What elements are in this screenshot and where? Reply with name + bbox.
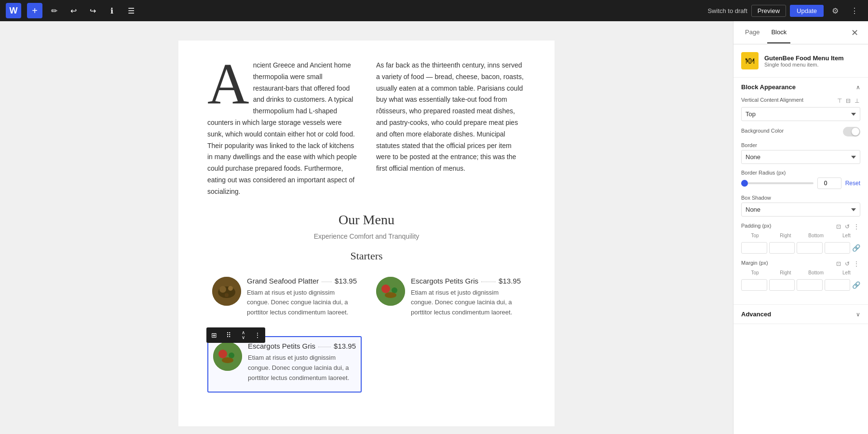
redo-icon: ↪ [90, 6, 96, 15]
menu-item-2-header: Escargots Petits Gris $13.95 Etiam at ri… [376, 277, 521, 318]
padding-reset-icon-btn[interactable]: ↺ [844, 222, 851, 231]
menu-item-3-name-row: Escargots Petits Gris $13.95 [248, 342, 356, 350]
menu-item-2-info: Escargots Petits Gris $13.95 Etiam at ri… [411, 277, 521, 318]
menu-item-3-name: Escargots Petits Gris [248, 342, 315, 350]
menu-item-1-image [212, 277, 241, 306]
redo-button[interactable]: ↪ [85, 3, 100, 18]
menu-item-3-dots [318, 347, 331, 347]
border-radius-input[interactable]: 0 [817, 177, 841, 189]
svg-point-10 [218, 350, 227, 358]
align-bottom-icon-btn[interactable]: ⊥ [854, 96, 860, 105]
editor-content: A ncient Greece and Ancient home thermop… [178, 41, 555, 426]
padding-bottom-input[interactable] [797, 242, 823, 254]
svg-point-7 [392, 287, 397, 293]
block-appearance-section: Block Appearance ∧ Vertical Content Alig… [733, 78, 868, 305]
border-radius-track [741, 182, 814, 184]
undo-button[interactable]: ↩ [66, 3, 81, 18]
margin-label-row: Margin (px) ⊡ ↺ ⋮ [741, 259, 860, 268]
more-options-button[interactable]: ⋮ [847, 3, 862, 18]
background-color-toggle[interactable] [843, 127, 860, 136]
editor-area[interactable]: A ncient Greece and Ancient home thermop… [0, 21, 733, 434]
margin-link-icon-btn[interactable]: ⊡ [835, 259, 842, 268]
padding-right-label: Right [772, 233, 799, 238]
padding-right-input[interactable] [769, 242, 795, 254]
padding-top-input[interactable] [741, 242, 767, 254]
settings-button[interactable]: ⚙ [827, 3, 843, 18]
block-details: GutenBee Food Menu Item Single food menu… [764, 54, 844, 68]
box-shadow-select[interactable]: None Small Medium Large [741, 203, 860, 217]
border-row: Border None Solid Dashed Dotted [741, 142, 860, 164]
margin-more-icon-btn[interactable]: ⋮ [853, 259, 860, 268]
menu-item-1-name: Grand Seafood Platter [247, 277, 319, 285]
panel-close-button[interactable]: ✕ [849, 26, 860, 40]
starters-title: Starters [207, 250, 526, 262]
padding-row: Padding (px) ⊡ ↺ ⋮ Top Right Bottom Left [741, 222, 860, 254]
margin-label: Margin (px) [741, 260, 768, 266]
update-button[interactable]: Update [790, 5, 824, 17]
menu-item-2-name-row: Escargots Petits Gris $13.95 [411, 277, 521, 285]
margin-left-input[interactable] [825, 279, 851, 291]
border-radius-thumb[interactable] [741, 180, 748, 187]
list-view-button[interactable]: ☰ [123, 3, 139, 18]
menu-item-1[interactable]: Grand Seafood Platter $13.95 Etiam at ri… [207, 272, 362, 326]
margin-right-input[interactable] [769, 279, 795, 291]
advanced-chevron: ∨ [856, 311, 860, 318]
menu-item-3-container: ⊞ ⠿ ∧ ∨ ⋮ [207, 336, 362, 393]
main-layout: A ncient Greece and Ancient home thermop… [0, 21, 868, 434]
tab-block[interactable]: Block [767, 22, 790, 43]
block-toolbar-type-btn[interactable]: ⊞ [207, 328, 221, 342]
padding-left-input[interactable] [825, 242, 851, 254]
advanced-row[interactable]: Advanced ∨ [733, 305, 868, 324]
padding-link-icon-btn[interactable]: ⊡ [835, 222, 842, 231]
edit-button[interactable]: ✏ [46, 3, 62, 18]
block-icon-symbol: 🍽 [746, 56, 754, 66]
margin-labels: Top Right Bottom Left [741, 270, 860, 275]
menu-item-2-dots [481, 282, 496, 282]
border-select[interactable]: None Solid Dashed Dotted [741, 150, 860, 164]
padding-labels: Top Right Bottom Left [741, 233, 860, 238]
margin-bottom-input[interactable] [797, 279, 823, 291]
add-block-button[interactable]: + [27, 3, 42, 18]
background-color-label: Background Color [741, 128, 784, 134]
border-label: Border [741, 142, 860, 148]
block-toolbar-move-btn[interactable]: ∧ ∨ [236, 328, 250, 342]
svg-point-9 [213, 342, 242, 371]
align-middle-icon-btn[interactable]: ⊟ [845, 96, 852, 105]
menu-item-3-header: Escargots Petits Gris $13.95 Etiam at ri… [213, 342, 356, 383]
wp-logo[interactable]: W [6, 3, 21, 18]
margin-row: Margin (px) ⊡ ↺ ⋮ Top Right Bottom Left [741, 259, 860, 291]
preview-button[interactable]: Preview [751, 5, 786, 17]
switch-to-draft-button[interactable]: Switch to draft [707, 7, 747, 14]
padding-bottom-label: Bottom [802, 233, 830, 238]
padding-icons: ⊡ ↺ ⋮ [835, 222, 860, 231]
block-toolbar-more-btn[interactable]: ⋮ [251, 328, 264, 342]
block-name: GutenBee Food Menu Item [764, 54, 844, 62]
align-top-icon-btn[interactable]: ⊤ [836, 96, 843, 105]
border-radius-reset[interactable]: Reset [845, 180, 860, 187]
menu-item-1-name-row: Grand Seafood Platter $13.95 [247, 277, 357, 285]
padding-top-label: Top [741, 233, 769, 238]
edit-icon: ✏ [51, 6, 57, 15]
vertical-alignment-select[interactable]: Top Middle Bottom [741, 107, 860, 121]
menu-item-2-desc: Etiam at risus et justo dignissim congue… [411, 288, 521, 318]
block-toolbar: ⊞ ⠿ ∧ ∨ ⋮ [206, 327, 265, 343]
margin-chain-icon[interactable]: 🔗 [852, 281, 860, 289]
padding-more-icon-btn[interactable]: ⋮ [853, 222, 860, 231]
menu-item-3[interactable]: Escargots Petits Gris $13.95 Etiam at ri… [207, 336, 362, 393]
advanced-label: Advanced [741, 311, 771, 318]
menu-item-1-header: Grand Seafood Platter $13.95 Etiam at ri… [212, 277, 357, 318]
menu-item-3-price: $13.95 [334, 342, 356, 350]
margin-top-input[interactable] [741, 279, 767, 291]
block-toolbar-drag-btn[interactable]: ⠿ [222, 328, 235, 342]
menu-section: Our Menu Experience Comfort and Tranquil… [207, 212, 526, 240]
padding-chain-icon[interactable]: 🔗 [852, 244, 860, 252]
article-col-left: A ncient Greece and Ancient home thermop… [207, 60, 357, 198]
menu-item-2[interactable]: Escargots Petits Gris $13.95 Etiam at ri… [371, 272, 526, 326]
margin-reset-icon-btn[interactable]: ↺ [844, 259, 851, 268]
tab-page[interactable]: Page [741, 22, 763, 43]
menu-item-1-desc: Etiam at risus et justo dignissim congue… [247, 288, 357, 318]
info-button[interactable]: ℹ [104, 3, 120, 18]
svg-point-6 [381, 285, 390, 293]
drop-cap: A [207, 60, 253, 109]
block-appearance-header[interactable]: Block Appearance ∧ [733, 78, 868, 96]
